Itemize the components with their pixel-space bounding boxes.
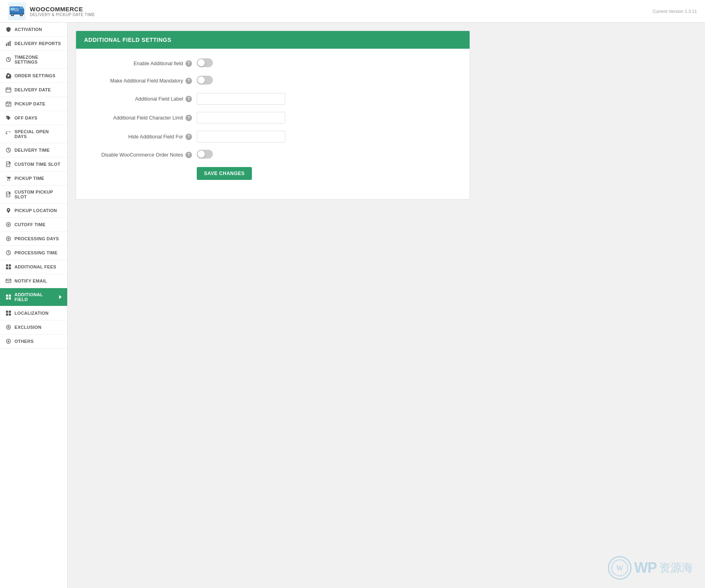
disable-order-notes-row: Disable WooCommerce Order Notes ? — [84, 150, 462, 160]
toggle-slider-2 — [197, 76, 213, 85]
svg-rect-37 — [9, 311, 11, 313]
toggle-slider — [197, 58, 213, 67]
svg-rect-11 — [6, 43, 7, 46]
character-limit-label: Additional Field Character Limit ? — [84, 115, 197, 121]
svg-rect-12 — [8, 42, 9, 46]
disable-order-notes-control — [197, 150, 285, 160]
logo-subtitle: DELIVERY & PICKUP DATE TIME — [30, 12, 95, 17]
header: WOOCOMMERCE DELIVERY & PICKUP DATE TIME … — [0, 0, 705, 23]
watermark-wp: WP — [634, 559, 657, 576]
sidebar-item-others[interactable]: OTHERS — [0, 334, 67, 349]
sidebar-item-additional-field[interactable]: ADDITIONAL FIELD — [0, 288, 67, 306]
make-mandatory-label: Make Additional Field Mandatory ? — [84, 78, 197, 84]
logo-text: WOOCOMMERCE DELIVERY & PICKUP DATE TIME — [30, 6, 95, 17]
svg-point-41 — [8, 326, 9, 328]
save-changes-button[interactable]: SAVE CHANGES — [197, 167, 252, 180]
svg-rect-39 — [9, 314, 11, 316]
enable-additional-field-toggle[interactable] — [197, 58, 213, 67]
svg-rect-27 — [6, 264, 8, 266]
svg-rect-13 — [10, 41, 11, 46]
pin-icon — [6, 208, 11, 213]
svg-rect-10 — [14, 8, 19, 11]
svg-point-40 — [6, 325, 11, 330]
sidebar-item-pickup-time[interactable]: PICKUP TIME — [0, 171, 67, 186]
svg-rect-15 — [6, 88, 11, 93]
sidebar-item-cutoff-time[interactable]: CUTOFF TIME — [0, 218, 67, 232]
hide-for-help-icon[interactable]: ? — [186, 134, 192, 140]
main-content: ADDITIONAL FIELD SETTINGS Enable Additio… — [68, 23, 705, 588]
processing-time-icon — [6, 250, 11, 256]
calendar-icon — [6, 87, 11, 93]
sidebar-item-timezone-settings[interactable]: TIMEZONE SETTINGS — [0, 51, 67, 69]
hide-for-row: Hide Additional Field For ? — [84, 131, 462, 142]
sidebar-item-processing-time[interactable]: PROCESSING TIME — [0, 246, 67, 260]
svg-rect-9 — [10, 8, 14, 10]
disable-notes-help-icon[interactable]: ? — [186, 152, 192, 158]
sidebar-item-pickup-location[interactable]: PICKUP LOCATION — [0, 204, 67, 218]
svg-point-23 — [8, 224, 9, 225]
character-limit-row: Additional Field Character Limit ? — [84, 112, 462, 124]
svg-rect-38 — [6, 314, 8, 316]
hide-for-input[interactable] — [197, 131, 285, 142]
char-limit-help-icon[interactable]: ? — [186, 115, 192, 121]
additional-field-label-row: Additional Field Label ? — [84, 93, 462, 105]
settings-body: Enable Additional field ? Make Additiona… — [76, 49, 470, 199]
sidebar-item-localization[interactable]: LOCALIZATION — [0, 306, 67, 320]
make-mandatory-control — [197, 76, 285, 86]
sidebar-item-delivery-time[interactable]: DELIVERY TIME — [0, 143, 67, 157]
settings-circle-icon — [6, 222, 11, 227]
logo-icon — [8, 2, 26, 20]
sidebar-item-notify-email[interactable]: NOTIFY EMAIL — [0, 274, 67, 288]
sidebar-item-additional-fees[interactable]: ADDITIONAL FEES — [0, 260, 67, 274]
settings-header: ADDITIONAL FIELD SETTINGS — [76, 31, 470, 49]
field-label-help-icon[interactable]: ? — [186, 96, 192, 102]
svg-text:W: W — [616, 564, 623, 572]
email-icon — [6, 278, 11, 284]
logo-title: WOOCOMMERCE — [30, 6, 95, 12]
svg-point-25 — [8, 238, 9, 239]
character-limit-input[interactable] — [197, 112, 285, 124]
additional-field-label-input[interactable] — [197, 93, 285, 105]
sidebar-item-custom-time-slot[interactable]: CUSTOM TIME SLOT — [0, 157, 67, 171]
chart-icon — [6, 41, 11, 46]
svg-rect-29 — [6, 267, 8, 269]
sidebar-item-order-settings[interactable]: ORDER SETTINGS — [0, 69, 67, 83]
hide-for-label: Hide Additional Field For ? — [84, 134, 197, 140]
svg-rect-31 — [6, 279, 11, 283]
sidebar-item-processing-days[interactable]: PROCESSING DAYS — [0, 232, 67, 246]
sidebar-item-delivery-reports[interactable]: DELIVERY REPORTS — [0, 37, 67, 51]
sidebar-item-off-days[interactable]: OFF DAYS — [0, 111, 67, 125]
cart-icon — [6, 175, 11, 181]
doc-edit-icon — [6, 161, 11, 167]
version-text: Current Version 1.3.11 — [653, 9, 697, 14]
logo-area: WOOCOMMERCE DELIVERY & PICKUP DATE TIME — [8, 2, 95, 20]
grid-icon — [6, 264, 11, 270]
active-arrow — [59, 295, 62, 299]
sidebar-item-activation[interactable]: ACTIVATION — [0, 23, 67, 37]
svg-point-20 — [9, 179, 10, 181]
svg-rect-33 — [9, 295, 11, 297]
svg-point-24 — [6, 237, 11, 241]
make-mandatory-toggle[interactable] — [197, 76, 213, 85]
hide-for-control — [197, 131, 285, 142]
toggle-slider-3 — [197, 150, 213, 159]
wp-logo: W — [608, 556, 632, 580]
doc-edit2-icon — [6, 192, 11, 197]
exclusion-icon — [6, 324, 11, 330]
svg-rect-36 — [6, 311, 8, 313]
sidebar-item-delivery-date[interactable]: DELIVERY DATE — [0, 83, 67, 97]
make-mandatory-help-icon[interactable]: ? — [186, 78, 192, 84]
clock-icon — [6, 147, 11, 153]
disable-order-notes-toggle[interactable] — [197, 150, 213, 159]
svg-rect-8 — [10, 13, 24, 14]
tag-icon — [6, 115, 11, 121]
gear-icon — [6, 73, 11, 78]
sidebar-item-custom-pickup-slot[interactable]: CUSTOM PICKUP SLOT — [0, 186, 67, 204]
sidebar-item-pickup-date[interactable]: PICKUP DATE — [0, 97, 67, 111]
enable-field-help-icon[interactable]: ? — [186, 60, 192, 67]
svg-point-19 — [7, 179, 8, 181]
sidebar-item-special-open-days[interactable]: SPECIAL OPEN DAYS — [0, 125, 67, 143]
calendar-check-icon — [6, 101, 11, 107]
sidebar-item-exclusion[interactable]: EXCLUSION — [0, 320, 67, 334]
svg-rect-32 — [6, 295, 8, 297]
